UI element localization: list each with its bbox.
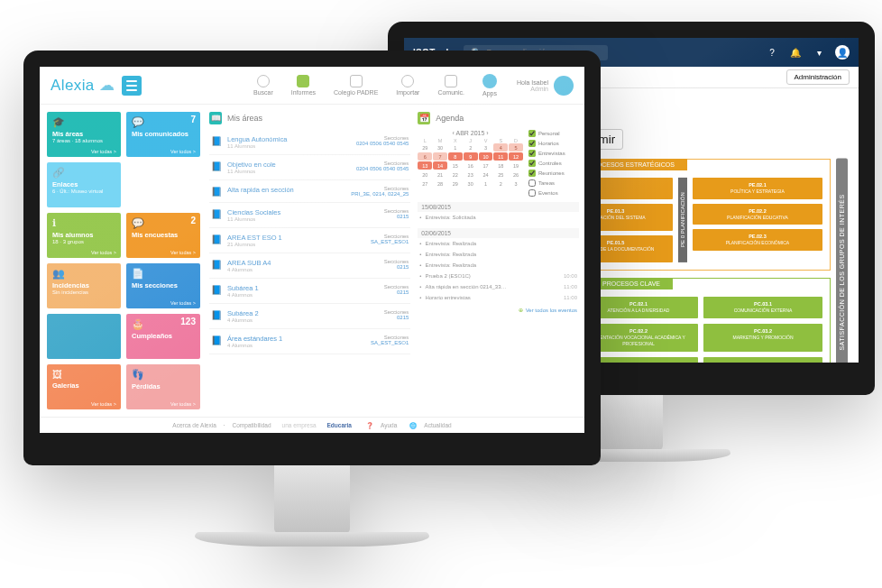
tile-cumpleaños[interactable]: 🎂Cumpleaños123 <box>126 314 200 359</box>
calendar-grid[interactable]: ‹ ABR 2015 › LMXJVSD 2930123456789101112… <box>418 130 523 197</box>
legend-checkbox[interactable] <box>528 130 536 137</box>
user-avatar[interactable]: 👤 <box>835 45 850 60</box>
nav-importar[interactable]: Importar <box>396 75 419 96</box>
calendar-day[interactable]: 20 <box>418 170 432 179</box>
calendar-day[interactable]: 3 <box>509 179 523 188</box>
tile-pérdidas[interactable]: 👣PérdidasVer todas > <box>126 364 200 409</box>
calendar-day[interactable]: 18 <box>493 161 508 170</box>
tile-more-link[interactable]: Ver todas > <box>170 250 196 255</box>
tile-incidencias[interactable]: 👥IncidenciasSin incidencias <box>47 263 121 308</box>
area-row[interactable]: 📘Objetivo en cole11 AlumnosSecciones0204… <box>209 155 410 180</box>
area-row[interactable]: 📘Subárea 14 AlumnosSecciones0215 <box>209 279 410 304</box>
tile-more-link[interactable]: Ver todas > <box>170 401 196 407</box>
tile-more-link[interactable]: Ver todos > <box>91 250 116 255</box>
help-icon[interactable]: ? <box>765 45 779 60</box>
calendar-day[interactable]: 27 <box>418 179 432 188</box>
map-cell[interactable]: PE.02.1POLÍTICA Y ESTRATEGIA <box>693 178 822 199</box>
tile-more-link[interactable]: Ver todos > <box>170 149 196 154</box>
legend-checkbox[interactable] <box>528 160 536 167</box>
map-cell[interactable]: PC.04ALIANZAS <box>703 357 822 363</box>
nav-apps[interactable]: Apps <box>482 74 497 96</box>
legend-checkbox[interactable] <box>528 150 536 157</box>
tile-more-link[interactable]: Ver todas > <box>91 149 116 154</box>
legend-entrevistas[interactable]: Entrevistas <box>528 150 579 157</box>
calendar-day[interactable]: 30 <box>464 179 478 188</box>
area-row[interactable]: 📘Área estándares 14 AlumnosSeccionesSA_E… <box>209 329 410 354</box>
agenda-item[interactable]: •Entrevista: Realizada <box>418 238 579 249</box>
calendar-day[interactable]: 29 <box>418 143 432 152</box>
see-all-events-link[interactable]: ⊕ Ver todos los eventos <box>418 303 579 317</box>
calendar-day[interactable]: 23 <box>464 170 478 179</box>
calendar-day[interactable]: 21 <box>433 170 447 179</box>
map-cell[interactable]: PC.03.1COMUNICACIÓN EXTERNA <box>703 297 822 318</box>
agenda-item[interactable]: •Entrevista: Solicitada <box>418 212 579 223</box>
legend-checkbox[interactable] <box>528 170 536 177</box>
nav-buscar[interactable]: Buscar <box>253 75 273 96</box>
map-cell[interactable]: PE.02.3PLANIFICACIÓN ECONÓMICA <box>693 229 822 251</box>
agenda-item[interactable]: •Entrevista: Realizada <box>418 249 579 260</box>
calendar-day[interactable]: 5 <box>509 143 523 152</box>
agenda-item[interactable]: •Horario entrevistas11:00 <box>418 292 579 303</box>
area-row[interactable]: 📘Lengua Autonómica11 AlumnosSecciones020… <box>209 130 410 155</box>
calendar-day[interactable]: 10 <box>479 152 493 161</box>
calendar-day[interactable]: 26 <box>509 170 523 179</box>
calendar-day[interactable]: 7 <box>433 152 447 161</box>
tile-mis-encuestas[interactable]: 💬Mis encuestas2Ver todas > <box>126 213 200 258</box>
calendar-day[interactable]: 22 <box>448 170 463 179</box>
tile-mis-alumnos[interactable]: ℹMis alumnos18 · 3 gruposVer todos > <box>47 213 121 258</box>
calendar-day[interactable]: 15 <box>448 161 463 170</box>
map-cell[interactable]: PE.02.2PLANIFICACIÓN EDUCATIVA <box>693 204 822 225</box>
footer-about[interactable]: Acerca de Alexia <box>172 422 216 428</box>
caret-down-icon[interactable]: ▾ <box>812 45 826 60</box>
calendar-day[interactable]: 17 <box>479 161 493 170</box>
area-row[interactable]: 📘Subárea 24 AlumnosSecciones0215 <box>209 304 410 329</box>
bell-icon[interactable]: 🔔 <box>788 45 803 60</box>
tile-mis-secciones[interactable]: 📄Mis seccionesVer todas > <box>126 263 200 308</box>
calendar-day[interactable]: 8 <box>448 152 463 161</box>
calendar-day[interactable]: 29 <box>448 179 463 188</box>
nav-comunic[interactable]: Comunic. <box>437 75 464 96</box>
legend-reuniones[interactable]: Reuniones <box>528 170 579 177</box>
calendar-day[interactable]: 14 <box>433 161 447 170</box>
tile-mis-comunicados[interactable]: 💬Mis comunicados7Ver todos > <box>126 112 200 157</box>
legend-checkbox[interactable] <box>528 140 536 147</box>
calendar-day[interactable]: 4 <box>493 143 508 152</box>
agenda-item[interactable]: •Entrevista: Realizada <box>418 260 579 271</box>
calendar-day[interactable]: 3 <box>479 143 493 152</box>
calendar-day[interactable]: 11 <box>493 152 508 161</box>
calendar-day[interactable]: 6 <box>418 152 432 161</box>
agenda-item[interactable]: •Alta rápida en sección 0214_33…11:00 <box>418 281 579 292</box>
footer-news[interactable]: Actualidad <box>424 422 451 428</box>
legend-controles[interactable]: Controles <box>528 160 579 167</box>
calendar-day[interactable]: 12 <box>509 152 523 161</box>
nav-colegio[interactable]: Colegio PADRE <box>334 75 378 96</box>
tile-mis-áreas[interactable]: 🎓Mis áreas7 áreas · 18 alumnosVer todas … <box>47 112 121 157</box>
tile-enlaces[interactable]: 🔗Enlaces6 · Últ.: Museo virtual <box>47 162 121 207</box>
calendar-day[interactable]: 13 <box>418 161 432 170</box>
calendar-day[interactable]: 1 <box>448 143 463 152</box>
area-row[interactable]: 📘Ciencias Sociales11 AlumnosSecciones021… <box>209 203 410 228</box>
tile-more-link[interactable]: Ver todas > <box>170 300 196 306</box>
calendar-day[interactable]: 24 <box>479 170 493 179</box>
tile-galerías[interactable]: 🖼GaleríasVer todas > <box>47 364 121 409</box>
footer-help[interactable]: Ayuda <box>381 422 397 428</box>
calendar-day[interactable]: 25 <box>493 170 508 179</box>
chevron-right-icon[interactable]: › <box>484 130 488 136</box>
legend-checkbox[interactable] <box>528 189 536 197</box>
calendar-day[interactable]: 28 <box>433 179 447 188</box>
tile-blank[interactable] <box>47 314 121 359</box>
calendar-day[interactable]: 1 <box>479 179 493 188</box>
area-row[interactable]: 📘AREA EST ESO 121 AlumnosSeccionesSA_EST… <box>209 228 410 253</box>
agenda-item[interactable]: •Prueba 2 (ESO1C)10:00 <box>418 271 579 281</box>
legend-tareas[interactable]: Tareas <box>528 179 579 187</box>
tile-more-link[interactable]: Ver todas > <box>91 401 116 407</box>
area-row[interactable]: 📘Alta rapida en secciónSeccionesPRI_3E, … <box>209 180 410 203</box>
calendar-day[interactable]: 2 <box>493 179 508 188</box>
area-row[interactable]: 📘AREA SUB A44 AlumnosSecciones0215 <box>209 253 410 279</box>
footer-compat[interactable]: Compatibilidad <box>233 422 271 428</box>
legend-personal[interactable]: Personal <box>528 130 579 137</box>
admin-button[interactable]: Administración <box>786 69 850 85</box>
user-area[interactable]: Hola Isabel Admin <box>517 76 574 96</box>
calendar-day[interactable]: 16 <box>464 161 478 170</box>
calendar-day[interactable]: 2 <box>464 143 478 152</box>
